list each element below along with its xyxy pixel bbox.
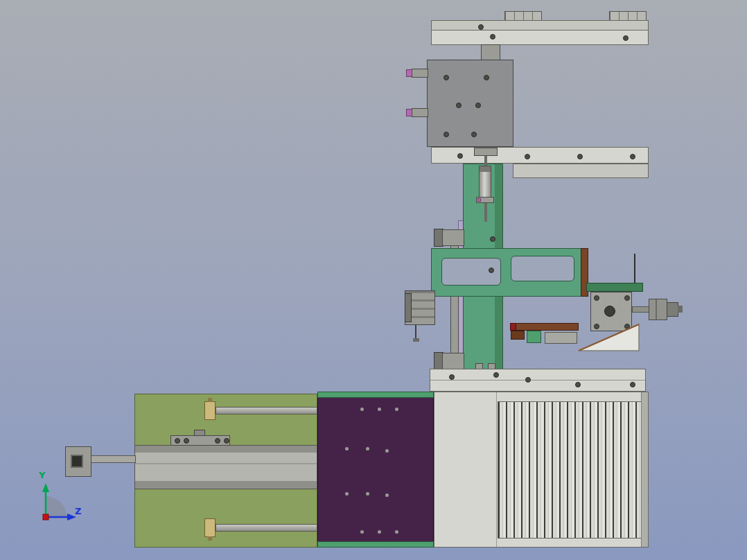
orientation-triad[interactable]: Y Z bbox=[28, 463, 97, 532]
control-box-right-edge bbox=[641, 392, 648, 547]
screw-dot bbox=[575, 382, 581, 387]
actuator-top-strip bbox=[135, 446, 317, 453]
rod-mount-block-bottom[interactable] bbox=[204, 518, 216, 537]
screw-dot bbox=[630, 154, 635, 159]
slide-rail-brown[interactable] bbox=[510, 323, 579, 331]
cylinder-rod-upper bbox=[484, 156, 487, 166]
plate-hole bbox=[385, 449, 389, 453]
actuator-mid-line bbox=[135, 463, 317, 464]
guide-rod-bottom[interactable] bbox=[216, 524, 317, 532]
sensor-wire bbox=[634, 254, 635, 286]
plate-hole bbox=[345, 492, 349, 496]
screw-dot bbox=[471, 132, 477, 137]
screw-dot bbox=[490, 34, 495, 40]
screw-dot bbox=[493, 372, 499, 378]
column-neck[interactable] bbox=[481, 44, 500, 60]
plate-hole bbox=[378, 408, 381, 411]
rod-mount-block-top[interactable] bbox=[204, 401, 216, 420]
top-rail-clamp-right[interactable] bbox=[609, 11, 647, 21]
cylinder-mount-block[interactable] bbox=[474, 148, 498, 156]
sheet-metal-bracket[interactable] bbox=[575, 320, 641, 352]
screw-dot bbox=[443, 132, 449, 137]
top-rail-clamp-left[interactable] bbox=[504, 11, 542, 21]
screw-dot bbox=[456, 103, 462, 108]
purple-plate-green-edge-top bbox=[317, 392, 434, 398]
screw-dot bbox=[175, 438, 180, 444]
gantry-plate[interactable] bbox=[427, 60, 513, 147]
motor-shaft-hub bbox=[604, 306, 615, 317]
rail-end-red bbox=[510, 323, 516, 331]
screw-dot bbox=[478, 24, 484, 30]
actuator-piston-rod[interactable] bbox=[90, 455, 136, 463]
clamp-hook-foot bbox=[413, 338, 419, 342]
crossbar-seam bbox=[430, 380, 645, 380]
heatsink-fins bbox=[498, 401, 642, 539]
screw-dot bbox=[630, 382, 635, 387]
screw-dot bbox=[594, 295, 599, 301]
slide-stop-brown bbox=[511, 331, 525, 340]
plate-hole bbox=[360, 408, 364, 411]
cylinder-sensor-dot bbox=[477, 198, 481, 202]
screw-dot bbox=[215, 438, 220, 444]
slide-block-green[interactable] bbox=[527, 331, 541, 343]
screw-dot bbox=[624, 295, 630, 301]
sensor-cylinder[interactable] bbox=[412, 108, 428, 117]
plate-hole bbox=[378, 530, 381, 534]
bottom-crossbar[interactable] bbox=[430, 369, 646, 392]
connector-tail bbox=[678, 306, 683, 313]
slide-block-gray[interactable] bbox=[545, 332, 577, 344]
plate-hole bbox=[395, 408, 398, 411]
screw-dot bbox=[443, 75, 449, 80]
motor-shaft bbox=[632, 306, 649, 313]
screw-dot bbox=[224, 438, 229, 444]
guide-rod-top-body[interactable] bbox=[442, 229, 464, 246]
top-crossbar-lower[interactable] bbox=[431, 30, 649, 45]
purple-mounting-plate[interactable] bbox=[317, 392, 434, 548]
mid-crossbar[interactable] bbox=[431, 147, 649, 164]
mid-crossbar-step[interactable] bbox=[513, 164, 649, 178]
shaft-coupling[interactable] bbox=[649, 299, 667, 320]
rod-mount-pin bbox=[208, 398, 212, 402]
screw-dot bbox=[457, 153, 463, 159]
plate-hole bbox=[366, 492, 369, 496]
cad-viewport[interactable]: Y Z bbox=[0, 0, 747, 560]
y-axis-label: Y bbox=[38, 470, 46, 480]
arm-cutout-right bbox=[511, 256, 574, 281]
connector-plug[interactable] bbox=[667, 302, 678, 317]
plate-hole bbox=[360, 530, 364, 534]
coupling-groove bbox=[656, 299, 657, 320]
cylinder-cap-band bbox=[480, 166, 491, 172]
guide-rod-top[interactable] bbox=[216, 407, 317, 414]
y-axis-arrowhead bbox=[42, 483, 49, 492]
top-crossbar-upper[interactable] bbox=[431, 20, 649, 30]
clamp-hook-wire bbox=[415, 325, 416, 340]
screw-dot bbox=[489, 268, 494, 273]
screw-dot bbox=[490, 236, 495, 242]
carriage-top-block bbox=[194, 430, 205, 436]
screw-dot bbox=[184, 438, 189, 444]
rod-mount-pin bbox=[208, 536, 212, 541]
purple-plate-green-edge-bottom bbox=[317, 541, 434, 548]
screw-dot bbox=[623, 35, 629, 41]
screw-dot bbox=[525, 154, 530, 159]
x-axis-origin-dot bbox=[43, 514, 49, 520]
motor-mount-green-plate[interactable] bbox=[586, 283, 643, 292]
clamp-end-cap bbox=[405, 293, 412, 322]
screw-dot bbox=[484, 75, 489, 80]
screw-dot bbox=[449, 374, 455, 380]
screw-dot bbox=[525, 377, 531, 383]
plate-hole bbox=[366, 447, 369, 450]
cylinder-rod-lower bbox=[484, 203, 487, 222]
control-box-seam bbox=[496, 392, 497, 547]
screw-dot bbox=[475, 103, 481, 108]
sensor-cylinder[interactable] bbox=[412, 69, 428, 78]
screw-dot bbox=[577, 154, 583, 159]
actuator-bottom-strip bbox=[135, 481, 317, 489]
z-axis-label: Z bbox=[75, 506, 81, 516]
plate-hole bbox=[395, 530, 398, 534]
plate-hole bbox=[345, 447, 349, 450]
plate-hole bbox=[385, 493, 389, 497]
guide-rod-bottom-body[interactable] bbox=[442, 353, 464, 369]
